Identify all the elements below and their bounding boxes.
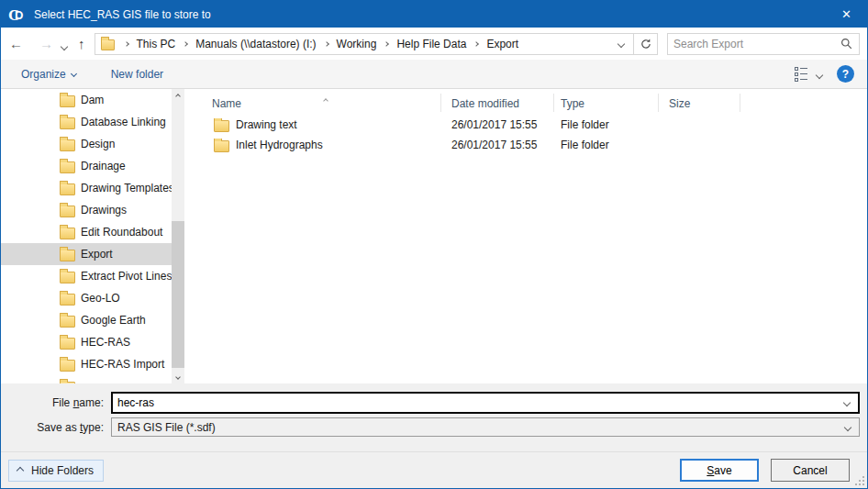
column-header-type[interactable]: Type <box>554 94 659 112</box>
up-button[interactable]: ↑ <box>69 36 95 51</box>
resize-grip[interactable] <box>853 474 864 485</box>
title-bar: C D Select HEC_RAS GIS file to store to … <box>1 1 867 28</box>
file-list: Name Date modified Type Size Drawing tex… <box>184 89 867 383</box>
column-headers: Name Date modified Type Size <box>194 91 867 115</box>
help-icon: ? <box>842 68 849 81</box>
tree-item-edit-roundabout[interactable]: Edit Roundabout <box>1 221 172 243</box>
folder-icon <box>60 338 75 350</box>
folder-icon <box>214 140 229 152</box>
chevron-up-icon <box>17 466 24 473</box>
breadcrumb-item-working[interactable]: Working <box>333 38 381 50</box>
tree-item-hec-ras-import[interactable]: HEC-RAS Import <box>1 353 172 375</box>
close-button[interactable]: ✕ <box>826 1 867 28</box>
chevron-down-icon <box>843 399 851 406</box>
scroll-down-button[interactable] <box>172 370 184 383</box>
folder-icon <box>60 206 75 217</box>
folder-icon <box>60 161 75 173</box>
save-as-type-select[interactable]: RAS GIS File (*.sdf) <box>111 417 860 437</box>
file-name-dropdown-button[interactable] <box>836 400 858 406</box>
breadcrumb-separator-icon <box>380 42 393 46</box>
scroll-up-button[interactable] <box>172 89 184 103</box>
tree-item-drawing-templates[interactable]: Drawing Templates <box>1 177 172 199</box>
folder-icon <box>101 39 115 50</box>
cancel-button[interactable]: Cancel <box>771 459 850 482</box>
dialog-footer: Hide Folders Save Cancel <box>1 451 867 488</box>
breadcrumb-separator-icon <box>120 42 133 46</box>
filename-panel: File name: Save as type: RAS GIS File (*… <box>1 383 867 451</box>
tree-item-geo-lo[interactable]: Geo-LO <box>1 287 172 309</box>
sort-ascending-icon <box>324 90 328 106</box>
breadcrumb-item-export[interactable]: Export <box>483 38 522 50</box>
folder-icon <box>60 139 75 151</box>
folder-icon <box>60 228 75 239</box>
tree-item-drawings[interactable]: Drawings <box>1 199 172 221</box>
organize-button[interactable]: Organize <box>10 68 87 81</box>
command-toolbar: Organize New folder ? <box>1 60 867 89</box>
tree-item-dam[interactable]: Dam <box>1 89 172 111</box>
file-name: Inlet Hydrographs <box>236 139 323 151</box>
breadcrumb-item-help-file-data[interactable]: Help File Data <box>393 38 470 50</box>
save-dialog-window: C D Select HEC_RAS GIS file to store to … <box>0 0 868 489</box>
forward-icon: → <box>39 36 53 51</box>
breadcrumb-separator-icon <box>179 42 192 46</box>
file-name-row: File name: <box>1 392 867 414</box>
breadcrumb-separator-icon <box>320 42 333 46</box>
toolbar-right-group: ? <box>795 65 867 83</box>
tree-item-hec-ras[interactable]: HEC-RAS <box>1 331 172 353</box>
save-as-type-row: Save as type: RAS GIS File (*.sdf) <box>1 417 867 437</box>
breadcrumb[interactable]: This PC Manuals (\\datastore) (I:) Worki… <box>95 33 635 55</box>
chevron-down-icon <box>618 39 625 47</box>
breadcrumb-item-manuals[interactable]: Manuals (\\datastore) (I:) <box>192 38 319 50</box>
refresh-icon <box>640 38 652 50</box>
tree-item-export-selected[interactable]: Export <box>1 243 172 265</box>
organize-label: Organize <box>21 68 66 81</box>
chevron-down-icon <box>71 71 77 77</box>
navigation-bar: ← → ↑ This PC Manuals (\\datastore) (I:)… <box>1 28 867 60</box>
scrollbar-thumb[interactable] <box>172 221 184 368</box>
refresh-button[interactable] <box>634 33 658 55</box>
back-button[interactable]: ← <box>1 36 31 51</box>
chevron-down-icon <box>816 71 823 78</box>
file-date-modified: 26/01/2017 15:55 <box>441 139 554 151</box>
action-buttons: Save Cancel <box>680 459 850 482</box>
tree-item-design[interactable]: Design <box>1 133 172 155</box>
help-button[interactable]: ? <box>837 65 854 83</box>
breadcrumb-item-this-pc[interactable]: This PC <box>133 38 180 50</box>
recent-locations-button[interactable] <box>61 37 67 53</box>
tree-item-google-earth[interactable]: Google Earth <box>1 309 172 331</box>
new-folder-button[interactable]: New folder <box>100 68 174 81</box>
file-name-input[interactable] <box>113 396 836 409</box>
details-view-icon[interactable] <box>795 67 807 82</box>
search-input[interactable] <box>668 38 834 50</box>
content-area: Dam Database Linking Design Drainage Dra… <box>1 89 867 383</box>
tree-item-drainage[interactable]: Drainage <box>1 155 172 177</box>
save-as-type-dropdown-button[interactable] <box>837 425 859 430</box>
address-dropdown-button[interactable] <box>609 41 633 47</box>
folder-icon <box>60 316 75 328</box>
save-button[interactable]: Save <box>680 459 759 482</box>
file-row[interactable]: Drawing text 26/01/2017 15:55 File folde… <box>194 115 867 135</box>
sidebar-scrollbar[interactable] <box>172 89 184 383</box>
file-name: Drawing text <box>236 118 297 131</box>
tree-item-extract-pivot-lines[interactable]: Extract Pivot Lines <box>1 265 172 287</box>
search-icon[interactable] <box>834 38 859 50</box>
column-header-date-modified[interactable]: Date modified <box>441 94 554 112</box>
folder-tree: Dam Database Linking Design Drainage Dra… <box>1 89 172 383</box>
chevron-down-icon <box>844 423 851 430</box>
file-row[interactable]: Inlet Hydrographs 26/01/2017 15:55 File … <box>194 135 867 155</box>
tree-item-database-linking[interactable]: Database Linking <box>1 111 172 133</box>
tree-item-clipped[interactable] <box>1 375 172 383</box>
column-header-name[interactable]: Name <box>194 94 441 112</box>
new-folder-label: New folder <box>111 68 163 81</box>
chevron-down-icon <box>175 374 181 380</box>
address-bar: This PC Manuals (\\datastore) (I:) Worki… <box>95 33 659 55</box>
forward-button[interactable]: → <box>31 36 61 51</box>
breadcrumb-separator-icon <box>470 42 483 46</box>
up-icon: ↑ <box>78 36 85 51</box>
folder-icon <box>60 95 75 107</box>
cancel-label: Cancel <box>793 464 827 477</box>
hide-folders-button[interactable]: Hide Folders <box>8 460 104 482</box>
column-header-size[interactable]: Size <box>659 94 740 112</box>
hide-folders-label: Hide Folders <box>31 464 94 477</box>
views-dropdown-button[interactable] <box>817 68 822 81</box>
